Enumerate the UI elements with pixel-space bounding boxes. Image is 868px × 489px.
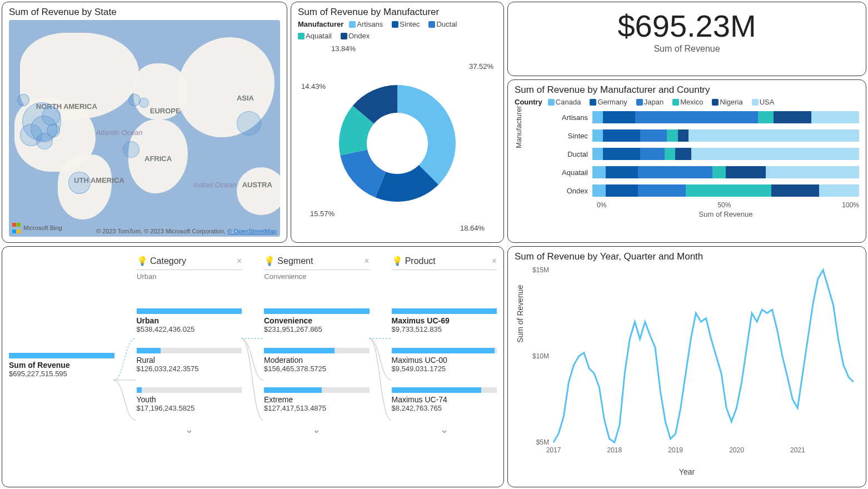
donut-label-3: 14.43% [301, 82, 326, 91]
donut-label-4: 13.84% [331, 44, 356, 53]
label-as: ASIA [237, 94, 254, 102]
chevron-down-icon[interactable]: ⌄ [137, 423, 242, 436]
map-tile[interactable]: Sum of Revenue by State NORTH AMERICA UT… [2, 2, 287, 243]
line-xaxis-label: Year [515, 467, 859, 476]
label-io: Indian Ocean [193, 181, 236, 189]
decomp-node[interactable]: Maximus UC-74 $8,242,763.765 [392, 387, 497, 412]
label-ao: Atlantic Ocean [96, 128, 143, 137]
donut-label-0: 37.52% [469, 62, 493, 71]
map-visual[interactable]: NORTH AMERICA UTH AMERICA EUROPE AFRICA … [9, 20, 280, 237]
decomp-root[interactable]: Sum of Revenue $695,227,515.595 [9, 353, 114, 378]
stacked-bar-chart[interactable]: Manufacturer Artisans Sintec Ductal Aqua… [515, 109, 859, 229]
donut-label-2: 15.57% [310, 209, 335, 218]
svg-text:2020: 2020 [729, 446, 744, 454]
decomp-header-segment[interactable]: 💡Segment× Convenience [264, 256, 369, 281]
bar-row-aquatail[interactable]: Aquatail [559, 164, 859, 180]
donut-legend: Manufacturer Artisans Sintec Ductal Aqua… [298, 20, 497, 40]
decomp-node[interactable]: Urban $538,422,436.025 [137, 308, 242, 333]
lightbulb-icon: 💡 [137, 256, 148, 266]
decomposition-tile[interactable]: 💡Category× Urban 💡Segment× Convenience 💡… [2, 246, 504, 487]
decomp-node[interactable]: Maximus UC-00 $9,549,031.1725 [392, 348, 497, 373]
kpi-tile[interactable]: $695.23M Sum of Revenue [507, 2, 866, 76]
decomp-node[interactable]: Youth $17,196,243.5825 [137, 387, 242, 412]
decomp-node[interactable]: Convenience $231,951,267.865 [264, 308, 370, 333]
line-chart-title: Sum of Revenue by Year, Quarter and Mont… [515, 251, 859, 262]
svg-text:2021: 2021 [790, 446, 805, 454]
chevron-down-icon[interactable]: ⌄ [264, 423, 370, 436]
donut-title: Sum of Revenue by Manufacturer [298, 7, 497, 18]
lightbulb-icon: 💡 [264, 256, 275, 266]
bar-row-artisans[interactable]: Artisans [559, 109, 859, 125]
line-chart-tile[interactable]: Sum of Revenue by Year, Quarter and Mont… [507, 246, 866, 487]
label-au: AUSTRA [242, 181, 272, 189]
stacked-bar-yaxis: Manufacturer [515, 106, 523, 148]
decomp-header-product[interactable]: 💡Product× [392, 256, 497, 281]
bar-row-sintec[interactable]: Sintec [559, 128, 859, 143]
decomp-node[interactable]: Rural $126,033,242.3575 [137, 348, 242, 373]
decomp-header-category[interactable]: 💡Category× Urban [137, 256, 242, 281]
decomp-node[interactable]: Maximus UC-69 $9,733,512.835 [392, 308, 497, 333]
svg-text:$10M: $10M [532, 352, 549, 360]
stacked-bar-xaxis-label: Sum of Revenue [559, 210, 859, 218]
stacked-bar-xaxis-ticks: 0%50%100% [559, 201, 859, 209]
decomp-node[interactable]: Extreme $127,417,513.4875 [264, 387, 370, 412]
donut-tile[interactable]: Sum of Revenue by Manufacturer Manufactu… [291, 2, 504, 243]
decomp-node[interactable]: Moderation $156,465,378.5725 [264, 348, 370, 373]
kpi-label: Sum of Revenue [515, 44, 859, 54]
svg-text:2017: 2017 [546, 446, 561, 454]
bar-row-ductal[interactable]: Ductal [559, 146, 859, 162]
bar-row-ondex[interactable]: Ondex [559, 183, 859, 198]
map-attribution-right: © 2023 TomTom, © 2023 Microsoft Corporat… [96, 228, 277, 234]
stacked-bar-legend: Country Canada Germany Japan Mexico Nige… [515, 98, 859, 106]
close-icon[interactable]: × [492, 256, 497, 266]
close-icon[interactable]: × [364, 256, 369, 266]
svg-text:$5M: $5M [536, 438, 549, 446]
line-yaxis-label: Sum of Revenue [516, 285, 525, 343]
label-eu: EUROPE [150, 107, 181, 115]
line-chart[interactable]: Sum of Revenue $15M$10M$5M20172018201920… [515, 265, 859, 479]
kpi-value: $695.23M [515, 8, 859, 44]
map-attribution-left: Microsoft Bing [12, 221, 62, 234]
svg-text:2019: 2019 [668, 446, 683, 454]
svg-text:2018: 2018 [607, 446, 622, 454]
microsoft-logo-icon [12, 221, 21, 234]
lightbulb-icon: 💡 [392, 256, 403, 266]
stacked-bar-tile[interactable]: Sum of Revenue by Manufacturer and Count… [507, 79, 866, 243]
osm-link[interactable]: © OpenStreetMap [227, 228, 277, 234]
donut-chart[interactable]: 37.52% 18.64% 15.57% 14.43% 13.84% [298, 43, 497, 243]
stacked-bar-title: Sum of Revenue by Manufacturer and Count… [515, 84, 859, 96]
svg-text:$15M: $15M [532, 266, 549, 274]
chevron-down-icon[interactable]: ⌄ [392, 423, 497, 436]
label-af: AFRICA [144, 154, 172, 163]
close-icon[interactable]: × [237, 256, 242, 266]
map-title: Sum of Revenue by State [9, 7, 280, 18]
donut-label-1: 18.64% [460, 224, 485, 232]
